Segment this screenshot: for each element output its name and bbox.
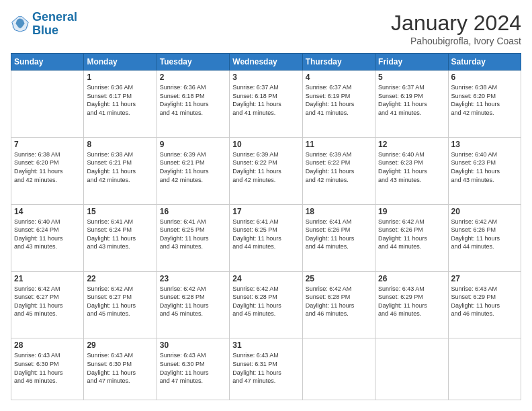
- calendar-cell: 1Sunrise: 6:36 AM Sunset: 6:17 PM Daylig…: [84, 71, 157, 138]
- logo-text: General Blue: [32, 11, 77, 38]
- day-number: 19: [378, 207, 445, 216]
- day-content: Sunrise: 6:39 AM Sunset: 6:22 PM Dayligh…: [306, 150, 372, 184]
- calendar-cell: [375, 338, 448, 400]
- calendar-week-row: 7Sunrise: 6:38 AM Sunset: 6:20 PM Daylig…: [11, 137, 521, 204]
- calendar-cell: 23Sunrise: 6:42 AM Sunset: 6:28 PM Dayli…: [157, 271, 229, 338]
- day-number: 1: [87, 73, 153, 82]
- day-number: 20: [451, 207, 518, 216]
- calendar-cell: 30Sunrise: 6:43 AM Sunset: 6:30 PM Dayli…: [157, 338, 229, 400]
- logo-line2: Blue: [32, 24, 58, 37]
- subtitle: Pahoubigrofla, Ivory Coast: [391, 36, 521, 46]
- day-content: Sunrise: 6:41 AM Sunset: 6:25 PM Dayligh…: [160, 218, 226, 251]
- day-content: Sunrise: 6:38 AM Sunset: 6:21 PM Dayligh…: [87, 150, 153, 184]
- calendar-cell: 11Sunrise: 6:39 AM Sunset: 6:22 PM Dayli…: [302, 137, 375, 204]
- calendar-day-header: Friday: [375, 54, 448, 71]
- calendar-cell: 19Sunrise: 6:42 AM Sunset: 6:26 PM Dayli…: [375, 204, 448, 271]
- logo-line1: General: [32, 10, 77, 24]
- calendar-cell: [302, 338, 375, 400]
- day-content: Sunrise: 6:42 AM Sunset: 6:28 PM Dayligh…: [160, 285, 226, 318]
- day-content: Sunrise: 6:42 AM Sunset: 6:26 PM Dayligh…: [451, 218, 518, 251]
- day-number: 17: [232, 207, 299, 216]
- calendar-table: SundayMondayTuesdayWednesdayThursdayFrid…: [11, 53, 521, 400]
- calendar-cell: 9Sunrise: 6:39 AM Sunset: 6:21 PM Daylig…: [157, 137, 229, 204]
- day-content: Sunrise: 6:39 AM Sunset: 6:21 PM Dayligh…: [160, 150, 226, 184]
- calendar-cell: 15Sunrise: 6:41 AM Sunset: 6:24 PM Dayli…: [84, 204, 157, 271]
- day-number: 10: [232, 140, 299, 149]
- day-number: 28: [14, 340, 81, 350]
- calendar-cell: 26Sunrise: 6:43 AM Sunset: 6:29 PM Dayli…: [375, 271, 448, 338]
- day-number: 8: [87, 140, 153, 149]
- calendar-week-row: 28Sunrise: 6:43 AM Sunset: 6:30 PM Dayli…: [11, 338, 521, 400]
- day-content: Sunrise: 6:41 AM Sunset: 6:25 PM Dayligh…: [232, 218, 299, 251]
- day-number: 14: [14, 207, 81, 216]
- calendar-day-header: Saturday: [448, 54, 521, 71]
- calendar-cell: 13Sunrise: 6:40 AM Sunset: 6:23 PM Dayli…: [448, 137, 521, 204]
- day-content: Sunrise: 6:42 AM Sunset: 6:28 PM Dayligh…: [306, 285, 372, 318]
- day-content: Sunrise: 6:42 AM Sunset: 6:26 PM Dayligh…: [378, 218, 445, 251]
- day-number: 4: [306, 73, 372, 82]
- calendar-cell: 7Sunrise: 6:38 AM Sunset: 6:20 PM Daylig…: [11, 137, 84, 204]
- day-content: Sunrise: 6:36 AM Sunset: 6:17 PM Dayligh…: [87, 83, 153, 117]
- day-number: 26: [378, 274, 445, 283]
- calendar-cell: 24Sunrise: 6:42 AM Sunset: 6:28 PM Dayli…: [230, 271, 302, 338]
- day-number: 31: [232, 340, 299, 350]
- calendar-cell: 12Sunrise: 6:40 AM Sunset: 6:23 PM Dayli…: [375, 137, 448, 204]
- day-content: Sunrise: 6:43 AM Sunset: 6:30 PM Dayligh…: [160, 351, 226, 385]
- calendar-cell: [448, 338, 521, 400]
- calendar-day-header: Wednesday: [230, 54, 302, 71]
- calendar-cell: 4Sunrise: 6:37 AM Sunset: 6:19 PM Daylig…: [302, 71, 375, 138]
- calendar-cell: 16Sunrise: 6:41 AM Sunset: 6:25 PM Dayli…: [157, 204, 229, 271]
- day-content: Sunrise: 6:41 AM Sunset: 6:26 PM Dayligh…: [306, 218, 372, 251]
- calendar-week-row: 1Sunrise: 6:36 AM Sunset: 6:17 PM Daylig…: [11, 71, 521, 138]
- day-content: Sunrise: 6:37 AM Sunset: 6:19 PM Dayligh…: [306, 83, 372, 117]
- calendar-cell: [11, 71, 84, 138]
- calendar-cell: 21Sunrise: 6:42 AM Sunset: 6:27 PM Dayli…: [11, 271, 84, 338]
- day-content: Sunrise: 6:36 AM Sunset: 6:18 PM Dayligh…: [160, 83, 226, 117]
- day-number: 25: [306, 274, 372, 283]
- day-content: Sunrise: 6:40 AM Sunset: 6:24 PM Dayligh…: [14, 218, 81, 251]
- day-number: 11: [306, 140, 372, 149]
- day-content: Sunrise: 6:39 AM Sunset: 6:22 PM Dayligh…: [232, 150, 299, 184]
- calendar-cell: 10Sunrise: 6:39 AM Sunset: 6:22 PM Dayli…: [230, 137, 302, 204]
- day-content: Sunrise: 6:38 AM Sunset: 6:20 PM Dayligh…: [14, 150, 81, 184]
- page: General Blue January 2024 Pahoubigrofla,…: [0, 0, 532, 411]
- day-number: 22: [87, 274, 153, 283]
- title-block: January 2024 Pahoubigrofla, Ivory Coast: [391, 11, 521, 46]
- day-content: Sunrise: 6:43 AM Sunset: 6:30 PM Dayligh…: [14, 351, 81, 385]
- day-content: Sunrise: 6:40 AM Sunset: 6:23 PM Dayligh…: [378, 150, 445, 184]
- day-content: Sunrise: 6:42 AM Sunset: 6:28 PM Dayligh…: [232, 285, 299, 318]
- day-number: 12: [378, 140, 445, 149]
- day-content: Sunrise: 6:42 AM Sunset: 6:27 PM Dayligh…: [87, 285, 153, 318]
- day-number: 30: [160, 340, 226, 350]
- calendar-cell: 27Sunrise: 6:43 AM Sunset: 6:29 PM Dayli…: [448, 271, 521, 338]
- day-content: Sunrise: 6:38 AM Sunset: 6:20 PM Dayligh…: [451, 83, 518, 117]
- day-number: 27: [451, 274, 518, 283]
- day-number: 23: [160, 274, 226, 283]
- calendar-day-header: Tuesday: [157, 54, 229, 71]
- calendar-cell: 5Sunrise: 6:37 AM Sunset: 6:19 PM Daylig…: [375, 71, 448, 138]
- logo: General Blue: [11, 11, 77, 38]
- day-number: 21: [14, 274, 81, 283]
- day-content: Sunrise: 6:37 AM Sunset: 6:19 PM Dayligh…: [378, 83, 445, 117]
- calendar-cell: 3Sunrise: 6:37 AM Sunset: 6:18 PM Daylig…: [230, 71, 302, 138]
- calendar-cell: 17Sunrise: 6:41 AM Sunset: 6:25 PM Dayli…: [230, 204, 302, 271]
- logo-icon: [11, 15, 30, 34]
- calendar-cell: 20Sunrise: 6:42 AM Sunset: 6:26 PM Dayli…: [448, 204, 521, 271]
- day-number: 5: [378, 73, 445, 82]
- calendar-cell: 14Sunrise: 6:40 AM Sunset: 6:24 PM Dayli…: [11, 204, 84, 271]
- calendar-cell: 31Sunrise: 6:43 AM Sunset: 6:31 PM Dayli…: [230, 338, 302, 400]
- calendar-cell: 18Sunrise: 6:41 AM Sunset: 6:26 PM Dayli…: [302, 204, 375, 271]
- calendar-cell: 2Sunrise: 6:36 AM Sunset: 6:18 PM Daylig…: [157, 71, 229, 138]
- day-content: Sunrise: 6:40 AM Sunset: 6:23 PM Dayligh…: [451, 150, 518, 184]
- day-content: Sunrise: 6:43 AM Sunset: 6:31 PM Dayligh…: [232, 351, 299, 385]
- day-number: 7: [14, 140, 81, 149]
- calendar-cell: 22Sunrise: 6:42 AM Sunset: 6:27 PM Dayli…: [84, 271, 157, 338]
- calendar-header-row: SundayMondayTuesdayWednesdayThursdayFrid…: [11, 54, 521, 71]
- day-content: Sunrise: 6:43 AM Sunset: 6:29 PM Dayligh…: [378, 285, 445, 318]
- main-title: January 2024: [391, 11, 521, 36]
- calendar-cell: 28Sunrise: 6:43 AM Sunset: 6:30 PM Dayli…: [11, 338, 84, 400]
- day-number: 2: [160, 73, 226, 82]
- day-number: 24: [232, 274, 299, 283]
- day-number: 15: [87, 207, 153, 216]
- day-number: 9: [160, 140, 226, 149]
